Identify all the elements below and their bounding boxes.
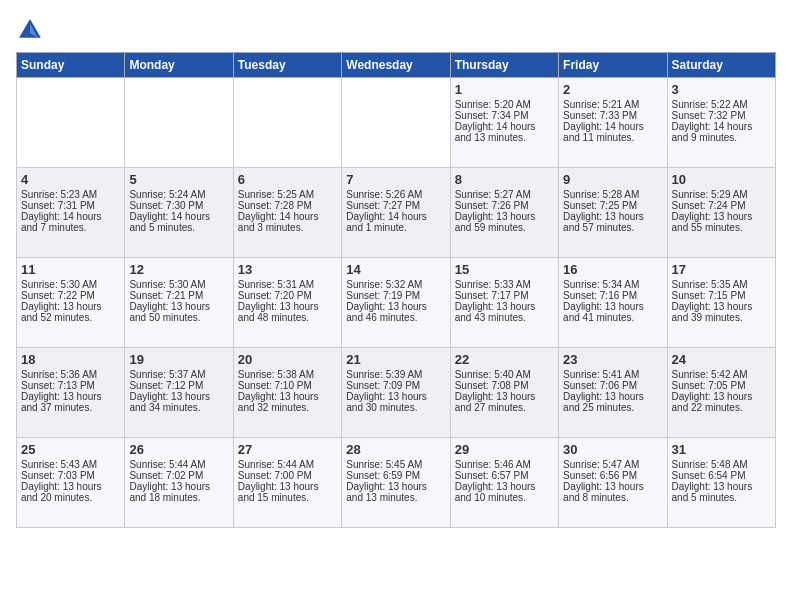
sunrise-text: Sunrise: 5:20 AM	[455, 99, 554, 110]
sunrise-text: Sunrise: 5:47 AM	[563, 459, 662, 470]
calendar-week-row: 25Sunrise: 5:43 AMSunset: 7:03 PMDayligh…	[17, 438, 776, 528]
sunset-text: Sunset: 7:16 PM	[563, 290, 662, 301]
calendar-cell	[233, 78, 341, 168]
sunrise-text: Sunrise: 5:26 AM	[346, 189, 445, 200]
day-number: 10	[672, 172, 771, 187]
calendar-cell	[17, 78, 125, 168]
sunset-text: Sunset: 7:30 PM	[129, 200, 228, 211]
sunrise-text: Sunrise: 5:44 AM	[238, 459, 337, 470]
day-number: 28	[346, 442, 445, 457]
daylight-text: Daylight: 13 hours and 25 minutes.	[563, 391, 662, 413]
day-number: 5	[129, 172, 228, 187]
calendar-cell: 13Sunrise: 5:31 AMSunset: 7:20 PMDayligh…	[233, 258, 341, 348]
sunrise-text: Sunrise: 5:25 AM	[238, 189, 337, 200]
day-number: 19	[129, 352, 228, 367]
day-number: 22	[455, 352, 554, 367]
day-number: 16	[563, 262, 662, 277]
day-number: 31	[672, 442, 771, 457]
sunrise-text: Sunrise: 5:39 AM	[346, 369, 445, 380]
daylight-text: Daylight: 13 hours and 13 minutes.	[346, 481, 445, 503]
sunrise-text: Sunrise: 5:33 AM	[455, 279, 554, 290]
sunrise-text: Sunrise: 5:42 AM	[672, 369, 771, 380]
weekday-header-friday: Friday	[559, 53, 667, 78]
daylight-text: Daylight: 13 hours and 30 minutes.	[346, 391, 445, 413]
logo	[16, 16, 48, 44]
day-number: 9	[563, 172, 662, 187]
daylight-text: Daylight: 13 hours and 57 minutes.	[563, 211, 662, 233]
calendar-cell: 8Sunrise: 5:27 AMSunset: 7:26 PMDaylight…	[450, 168, 558, 258]
day-number: 23	[563, 352, 662, 367]
calendar-week-row: 18Sunrise: 5:36 AMSunset: 7:13 PMDayligh…	[17, 348, 776, 438]
calendar-cell: 11Sunrise: 5:30 AMSunset: 7:22 PMDayligh…	[17, 258, 125, 348]
sunrise-text: Sunrise: 5:24 AM	[129, 189, 228, 200]
sunrise-text: Sunrise: 5:43 AM	[21, 459, 120, 470]
sunrise-text: Sunrise: 5:35 AM	[672, 279, 771, 290]
calendar-cell: 2Sunrise: 5:21 AMSunset: 7:33 PMDaylight…	[559, 78, 667, 168]
day-number: 30	[563, 442, 662, 457]
daylight-text: Daylight: 13 hours and 15 minutes.	[238, 481, 337, 503]
day-number: 4	[21, 172, 120, 187]
calendar-week-row: 4Sunrise: 5:23 AMSunset: 7:31 PMDaylight…	[17, 168, 776, 258]
day-number: 3	[672, 82, 771, 97]
sunrise-text: Sunrise: 5:41 AM	[563, 369, 662, 380]
day-number: 14	[346, 262, 445, 277]
calendar-cell: 17Sunrise: 5:35 AMSunset: 7:15 PMDayligh…	[667, 258, 775, 348]
day-number: 24	[672, 352, 771, 367]
daylight-text: Daylight: 13 hours and 34 minutes.	[129, 391, 228, 413]
calendar-cell: 10Sunrise: 5:29 AMSunset: 7:24 PMDayligh…	[667, 168, 775, 258]
calendar-body: 1Sunrise: 5:20 AMSunset: 7:34 PMDaylight…	[17, 78, 776, 528]
sunrise-text: Sunrise: 5:40 AM	[455, 369, 554, 380]
day-number: 8	[455, 172, 554, 187]
sunrise-text: Sunrise: 5:28 AM	[563, 189, 662, 200]
sunrise-text: Sunrise: 5:29 AM	[672, 189, 771, 200]
sunrise-text: Sunrise: 5:31 AM	[238, 279, 337, 290]
sunrise-text: Sunrise: 5:34 AM	[563, 279, 662, 290]
sunset-text: Sunset: 7:12 PM	[129, 380, 228, 391]
calendar-week-row: 1Sunrise: 5:20 AMSunset: 7:34 PMDaylight…	[17, 78, 776, 168]
sunrise-text: Sunrise: 5:23 AM	[21, 189, 120, 200]
calendar-cell: 7Sunrise: 5:26 AMSunset: 7:27 PMDaylight…	[342, 168, 450, 258]
weekday-header-saturday: Saturday	[667, 53, 775, 78]
sunset-text: Sunset: 6:54 PM	[672, 470, 771, 481]
sunset-text: Sunset: 7:15 PM	[672, 290, 771, 301]
sunset-text: Sunset: 7:27 PM	[346, 200, 445, 211]
day-number: 1	[455, 82, 554, 97]
calendar-cell: 19Sunrise: 5:37 AMSunset: 7:12 PMDayligh…	[125, 348, 233, 438]
sunset-text: Sunset: 7:10 PM	[238, 380, 337, 391]
daylight-text: Daylight: 13 hours and 27 minutes.	[455, 391, 554, 413]
calendar-cell: 29Sunrise: 5:46 AMSunset: 6:57 PMDayligh…	[450, 438, 558, 528]
weekday-header-monday: Monday	[125, 53, 233, 78]
sunset-text: Sunset: 7:31 PM	[21, 200, 120, 211]
sunrise-text: Sunrise: 5:37 AM	[129, 369, 228, 380]
calendar-cell: 24Sunrise: 5:42 AMSunset: 7:05 PMDayligh…	[667, 348, 775, 438]
sunset-text: Sunset: 7:32 PM	[672, 110, 771, 121]
day-number: 12	[129, 262, 228, 277]
calendar-cell: 9Sunrise: 5:28 AMSunset: 7:25 PMDaylight…	[559, 168, 667, 258]
sunrise-text: Sunrise: 5:27 AM	[455, 189, 554, 200]
weekday-header-sunday: Sunday	[17, 53, 125, 78]
sunset-text: Sunset: 7:02 PM	[129, 470, 228, 481]
sunset-text: Sunset: 7:22 PM	[21, 290, 120, 301]
day-number: 26	[129, 442, 228, 457]
day-number: 20	[238, 352, 337, 367]
daylight-text: Daylight: 14 hours and 7 minutes.	[21, 211, 120, 233]
calendar-header-row: SundayMondayTuesdayWednesdayThursdayFrid…	[17, 53, 776, 78]
calendar-cell: 23Sunrise: 5:41 AMSunset: 7:06 PMDayligh…	[559, 348, 667, 438]
sunset-text: Sunset: 6:57 PM	[455, 470, 554, 481]
daylight-text: Daylight: 13 hours and 22 minutes.	[672, 391, 771, 413]
calendar-cell	[125, 78, 233, 168]
weekday-header-tuesday: Tuesday	[233, 53, 341, 78]
sunrise-text: Sunrise: 5:30 AM	[21, 279, 120, 290]
daylight-text: Daylight: 13 hours and 43 minutes.	[455, 301, 554, 323]
daylight-text: Daylight: 14 hours and 3 minutes.	[238, 211, 337, 233]
calendar-table: SundayMondayTuesdayWednesdayThursdayFrid…	[16, 52, 776, 528]
day-number: 13	[238, 262, 337, 277]
daylight-text: Daylight: 13 hours and 37 minutes.	[21, 391, 120, 413]
calendar-cell: 6Sunrise: 5:25 AMSunset: 7:28 PMDaylight…	[233, 168, 341, 258]
calendar-cell: 25Sunrise: 5:43 AMSunset: 7:03 PMDayligh…	[17, 438, 125, 528]
sunrise-text: Sunrise: 5:30 AM	[129, 279, 228, 290]
sunset-text: Sunset: 7:34 PM	[455, 110, 554, 121]
sunrise-text: Sunrise: 5:44 AM	[129, 459, 228, 470]
day-number: 18	[21, 352, 120, 367]
calendar-cell: 22Sunrise: 5:40 AMSunset: 7:08 PMDayligh…	[450, 348, 558, 438]
